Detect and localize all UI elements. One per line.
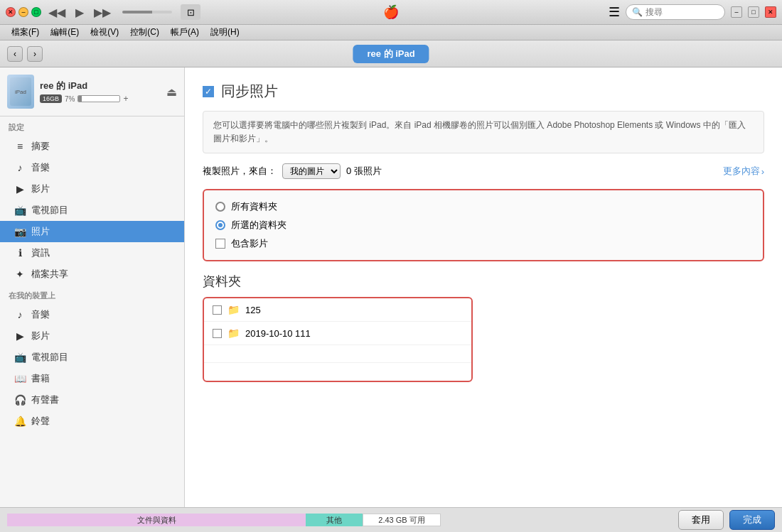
capacity-bar <box>77 95 120 102</box>
content-area: ✓ 同步照片 您可以選擇要將電腦中的哪些照片複製到 iPad。來自 iPad 相… <box>185 67 782 507</box>
eject-button[interactable]: ⏏ <box>166 85 177 99</box>
close-window-button[interactable]: ✕ <box>765 6 776 18</box>
copy-from-label: 複製照片，來自： <box>203 165 277 178</box>
apply-button[interactable]: 套用 <box>678 510 724 530</box>
info-icon: ℹ <box>14 247 26 259</box>
menu-file[interactable]: 檔案(F) <box>6 25 45 40</box>
folders-title: 資料夾 <box>203 273 764 290</box>
folder-checkbox-0[interactable] <box>213 305 222 315</box>
sidebar-item-dev-music[interactable]: ♪ 音樂 <box>0 304 184 325</box>
sidebar-item-label: 資訊 <box>31 246 50 259</box>
volume-slider[interactable] <box>122 11 172 13</box>
sidebar-item-label: 電視節目 <box>31 204 68 217</box>
all-folders-row: 所有資料夾 <box>215 200 751 213</box>
selected-folders-label: 所選的資料夾 <box>231 219 286 232</box>
folder-item-empty-2 <box>204 363 471 381</box>
sidebar-item-dev-movies[interactable]: ▶ 影片 <box>0 325 184 347</box>
search-input[interactable] <box>646 7 719 17</box>
selected-folders-row: 所選的資料夾 <box>215 219 751 232</box>
airplay-button[interactable]: ⊡ <box>181 4 200 20</box>
movies-icon: ▶ <box>14 183 26 195</box>
transport-controls: ✕ – □ <box>6 7 41 17</box>
search-box: 🔍 <box>626 4 725 20</box>
summary-icon: ≡ <box>14 141 26 152</box>
capacity-fill <box>78 96 81 102</box>
sidebar-item-movies[interactable]: ▶ 影片 <box>0 178 184 200</box>
folder-name-1: 2019-10-10 111 <box>245 328 311 339</box>
title-bar-right: ☰ 🔍 – □ ✕ <box>609 4 776 20</box>
sidebar-item-label: 鈴聲 <box>31 415 50 428</box>
sidebar-item-summary[interactable]: ≡ 摘要 <box>0 136 184 157</box>
selected-folders-radio[interactable] <box>215 220 225 230</box>
sidebar-item-dev-audiobooks[interactable]: 🎧 有聲書 <box>0 389 184 411</box>
dev-tv-icon: 📺 <box>14 352 26 363</box>
menu-edit[interactable]: 編輯(E) <box>45 25 85 40</box>
bottom-actions: 套用 完成 <box>678 510 775 530</box>
title-bar: ✕ – □ ◀◀ ▶ ▶▶ ⊡ 🍎 ☰ 🔍 – □ ✕ <box>0 0 782 25</box>
sharing-icon: ✦ <box>14 268 26 280</box>
sidebar-item-label: 音樂 <box>31 308 50 321</box>
play-button[interactable]: ▶ <box>73 4 87 21</box>
device-capacity-row: 16GB 7% + <box>40 94 161 104</box>
folder-item-1[interactable]: 📁 2019-10-10 111 <box>204 322 471 345</box>
resize-button[interactable]: □ <box>748 6 759 18</box>
device-info: ree 的 iPad 16GB 7% + <box>40 80 161 104</box>
sidebar-item-info[interactable]: ℹ 資訊 <box>0 242 184 264</box>
maximize-button[interactable]: □ <box>31 7 41 17</box>
sidebar-item-music[interactable]: ♪ 音樂 <box>0 157 184 178</box>
close-button[interactable]: ✕ <box>6 7 16 17</box>
folder-item-empty-1 <box>204 345 471 363</box>
more-chevron-icon: › <box>761 166 764 177</box>
menu-help[interactable]: 說明(H) <box>205 25 245 40</box>
more-content-link[interactable]: 更多內容 › <box>723 165 764 178</box>
sidebar-item-dev-tones[interactable]: 🔔 鈴聲 <box>0 411 184 432</box>
sidebar-item-label: 照片 <box>31 225 50 238</box>
main-layout: iPad ree 的 iPad 16GB 7% + ⏏ 設定 ≡ 摘要 ♪ <box>0 67 782 507</box>
menu-control[interactable]: 控制(C) <box>124 25 165 40</box>
menu-account[interactable]: 帳戶(A) <box>165 25 205 40</box>
minimize-button[interactable]: – <box>18 7 28 17</box>
sidebar-item-label: 電視節目 <box>31 351 68 364</box>
folder-icon-1: 📁 <box>227 327 240 339</box>
back-button[interactable]: ‹ <box>7 46 23 62</box>
fast-forward-button[interactable]: ▶▶ <box>91 4 114 21</box>
folder-icon-0: 📁 <box>227 304 240 315</box>
sidebar-item-tv[interactable]: 📺 電視節目 <box>0 200 184 221</box>
device-header: iPad ree 的 iPad 16GB 7% + ⏏ <box>0 67 184 116</box>
sync-photos-checkbox[interactable]: ✓ <box>203 86 214 97</box>
sidebar-item-photos[interactable]: 📷 照片 <box>0 221 184 242</box>
forward-button[interactable]: › <box>27 46 43 62</box>
done-button[interactable]: 完成 <box>729 510 775 530</box>
sidebar-item-label: 有聲書 <box>31 393 59 406</box>
copy-from-row: 複製照片，來自： 我的圖片 0 張照片 更多內容 › <box>203 163 764 179</box>
sidebar-item-label: 影片 <box>31 183 50 195</box>
folder-list-box: 📁 125 📁 2019-10-10 111 <box>203 297 473 382</box>
dev-books-icon: 📖 <box>14 373 26 384</box>
include-videos-checkbox[interactable] <box>215 239 225 249</box>
on-device-section-label: 在我的裝置上 <box>0 285 184 304</box>
bottom-bar: 文件與資料 其他 2.43 GB 可用 套用 完成 <box>0 507 782 532</box>
photos-icon: 📷 <box>14 226 26 237</box>
sidebar-item-label: 影片 <box>31 330 50 342</box>
list-view-button[interactable]: ☰ <box>609 4 620 20</box>
restore-button[interactable]: – <box>731 6 742 18</box>
device-badge: ree 的 iPad <box>353 45 429 63</box>
sidebar-item-dev-tv[interactable]: 📺 電視節目 <box>0 347 184 368</box>
tv-icon: 📺 <box>14 205 26 216</box>
settings-section-label: 設定 <box>0 116 184 136</box>
folder-item-0[interactable]: 📁 125 <box>204 298 471 322</box>
capacity-badge: 16GB <box>40 94 62 103</box>
description-box: 您可以選擇要將電腦中的哪些照片複製到 iPad。來自 iPad 相機膠卷的照片可… <box>203 111 764 153</box>
menu-view[interactable]: 檢視(V) <box>85 25 124 40</box>
rewind-button[interactable]: ◀◀ <box>45 4 68 21</box>
sidebar-item-dev-books[interactable]: 📖 書籍 <box>0 368 184 389</box>
sidebar-item-label: 摘要 <box>31 140 50 153</box>
all-folders-radio[interactable] <box>215 202 225 212</box>
section-title: 同步照片 <box>221 82 278 101</box>
source-dropdown[interactable]: 我的圖片 <box>282 163 341 179</box>
folder-checkbox-1[interactable] <box>213 329 222 338</box>
dev-tones-icon: 🔔 <box>14 416 26 427</box>
sidebar: iPad ree 的 iPad 16GB 7% + ⏏ 設定 ≡ 摘要 ♪ <box>0 67 185 507</box>
nav-bar: ‹ › ree 的 iPad <box>0 40 782 67</box>
sidebar-item-sharing[interactable]: ✦ 檔案共享 <box>0 264 184 285</box>
